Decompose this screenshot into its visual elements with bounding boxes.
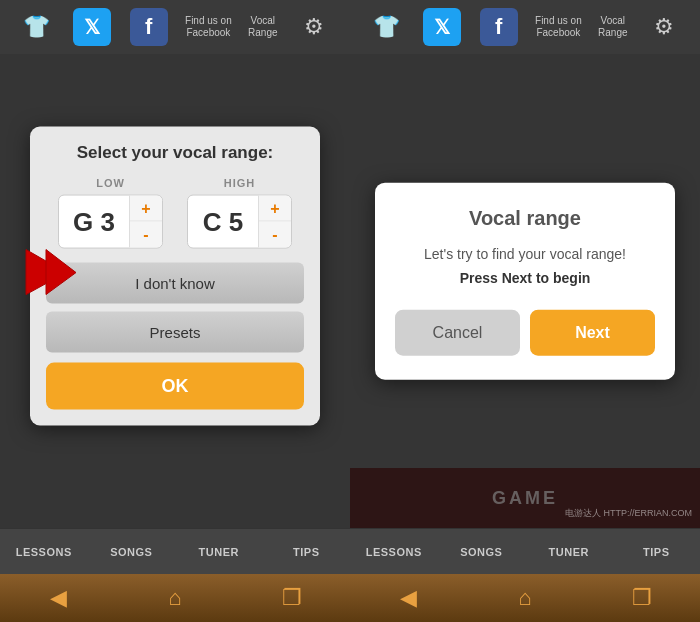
songs-nav-left[interactable]: SONGS xyxy=(88,540,176,564)
tuner-nav-left[interactable]: TUNER xyxy=(175,540,263,564)
find-facebook-button-right[interactable]: Find us on Facebook xyxy=(535,15,582,39)
tabs-icon-right: ❐ xyxy=(632,585,652,611)
facebook-icon-left: f xyxy=(145,14,152,40)
low-range-buttons: + - xyxy=(129,196,162,248)
low-decrease-button[interactable]: - xyxy=(130,222,162,248)
home-button-right[interactable]: ⌂ xyxy=(500,579,550,617)
top-bar-right: 👕 𝕏 f Find us on Facebook Vocal Range ⚙ xyxy=(350,0,700,54)
tabs-button-right[interactable]: ❐ xyxy=(617,579,667,617)
tips-nav-right[interactable]: TIPS xyxy=(613,540,701,564)
tabs-icon-left: ❐ xyxy=(282,585,302,611)
gear-icon-left: ⚙ xyxy=(304,14,324,40)
wood-bar-left: ◀ ⌂ ❐ xyxy=(0,574,350,622)
back-button-right[interactable]: ◀ xyxy=(383,579,433,617)
svg-marker-1 xyxy=(46,250,76,295)
home-icon-left: ⌂ xyxy=(168,585,181,611)
back-icon-right: ◀ xyxy=(400,585,417,611)
gear-button-right[interactable]: ⚙ xyxy=(644,7,684,47)
low-control: G 3 + - xyxy=(58,195,163,249)
vocal-range-button-right[interactable]: Vocal Range xyxy=(598,15,627,39)
right-panel: 👕 𝕏 f Find us on Facebook Vocal Range ⚙ xyxy=(350,0,700,622)
twitter-bg-right: 𝕏 xyxy=(423,8,461,46)
find-facebook-label1-right: Find us on xyxy=(535,15,582,27)
home-icon-right: ⌂ xyxy=(518,585,531,611)
vocal-range-button-left[interactable]: Vocal Range xyxy=(248,15,277,39)
bottom-nav-right: LESSONS SONGS TUNER TIPS xyxy=(350,528,700,574)
facebook-button-left[interactable]: f xyxy=(129,7,169,47)
home-button-left[interactable]: ⌂ xyxy=(150,579,200,617)
dialog-right-subtext: Press Next to begin xyxy=(395,270,655,286)
red-arrow-icon xyxy=(16,245,76,300)
songs-nav-right[interactable]: SONGS xyxy=(438,540,526,564)
vocal-range-dialog: Select your vocal range: LOW G 3 + - HI xyxy=(30,127,320,426)
find-facebook-label2-right: Facebook xyxy=(536,27,580,39)
back-button-left[interactable]: ◀ xyxy=(33,579,83,617)
tuner-nav-right[interactable]: TUNER xyxy=(525,540,613,564)
low-increase-button[interactable]: + xyxy=(130,196,162,222)
lessons-nav-left[interactable]: LESSONS xyxy=(0,540,88,564)
watermark: 电游达人 HTTP://ERRIAN.COM xyxy=(565,507,692,520)
find-facebook-label1-left: Find us on xyxy=(185,15,232,27)
main-content-left: Select your vocal range: LOW G 3 + - HI xyxy=(0,54,350,528)
twitter-icon-right: 𝕏 xyxy=(434,15,450,39)
cancel-button[interactable]: Cancel xyxy=(395,310,520,356)
bottom-nav-left: LESSONS SONGS TUNER TIPS xyxy=(0,528,350,574)
dialog-right-buttons: Cancel Next xyxy=(395,310,655,356)
find-facebook-label2-left: Facebook xyxy=(186,27,230,39)
high-label: HIGH xyxy=(224,177,256,189)
dialog-right-text: Let's try to find your vocal range! xyxy=(395,246,655,262)
shirt-button-right[interactable]: 👕 xyxy=(366,7,406,47)
wood-bar-right: ◀ ⌂ ❐ xyxy=(350,574,700,622)
shirt-button-left[interactable]: 👕 xyxy=(16,7,56,47)
shirt-icon-right: 👕 xyxy=(373,14,400,40)
tips-nav-left[interactable]: TIPS xyxy=(263,540,351,564)
vocal-range-label2-left: Range xyxy=(248,27,277,39)
twitter-button-left[interactable]: 𝕏 xyxy=(72,7,112,47)
main-content-right: GAME Vocal range Let's try to find your … xyxy=(350,54,700,528)
high-decrease-button[interactable]: - xyxy=(259,222,291,248)
high-value: C 5 xyxy=(188,198,258,245)
left-panel: 👕 𝕏 f Find us on Facebook Vocal Range ⚙ xyxy=(0,0,350,622)
ok-button[interactable]: OK xyxy=(46,363,304,410)
twitter-button-right[interactable]: 𝕏 xyxy=(422,7,462,47)
facebook-bg-right: f xyxy=(480,8,518,46)
vocal-range-label2-right: Range xyxy=(598,27,627,39)
next-button[interactable]: Next xyxy=(530,310,655,356)
vocal-range-label1-right: Vocal xyxy=(601,15,625,27)
shirt-icon-left: 👕 xyxy=(23,14,50,40)
facebook-icon-right: f xyxy=(495,14,502,40)
presets-button[interactable]: Presets xyxy=(46,312,304,353)
top-bar-left: 👕 𝕏 f Find us on Facebook Vocal Range ⚙ xyxy=(0,0,350,54)
dialog-right-title: Vocal range xyxy=(395,207,655,230)
gear-icon-right: ⚙ xyxy=(654,14,674,40)
high-range-buttons: + - xyxy=(258,196,291,248)
vocal-range-label1-left: Vocal xyxy=(251,15,275,27)
high-increase-button[interactable]: + xyxy=(259,196,291,222)
twitter-bg-left: 𝕏 xyxy=(73,8,111,46)
facebook-button-right[interactable]: f xyxy=(479,7,519,47)
dont-know-row: I don't know xyxy=(46,263,304,312)
low-range-col: LOW G 3 + - xyxy=(58,177,163,249)
high-control: C 5 + - xyxy=(187,195,292,249)
tabs-button-left[interactable]: ❐ xyxy=(267,579,317,617)
lessons-nav-right[interactable]: LESSONS xyxy=(350,540,438,564)
gear-button-left[interactable]: ⚙ xyxy=(294,7,334,47)
facebook-bg-left: f xyxy=(130,8,168,46)
dont-know-button[interactable]: I don't know xyxy=(46,263,304,304)
twitter-icon-left: 𝕏 xyxy=(84,15,100,39)
dialog-title: Select your vocal range: xyxy=(46,143,304,163)
back-icon-left: ◀ xyxy=(50,585,67,611)
low-value: G 3 xyxy=(59,198,129,245)
high-range-col: HIGH C 5 + - xyxy=(187,177,292,249)
vocal-range-dialog-right: Vocal range Let's try to find your vocal… xyxy=(375,183,675,380)
find-facebook-button-left[interactable]: Find us on Facebook xyxy=(185,15,232,39)
range-row: LOW G 3 + - HIGH C 5 + xyxy=(46,177,304,249)
low-label: LOW xyxy=(96,177,125,189)
